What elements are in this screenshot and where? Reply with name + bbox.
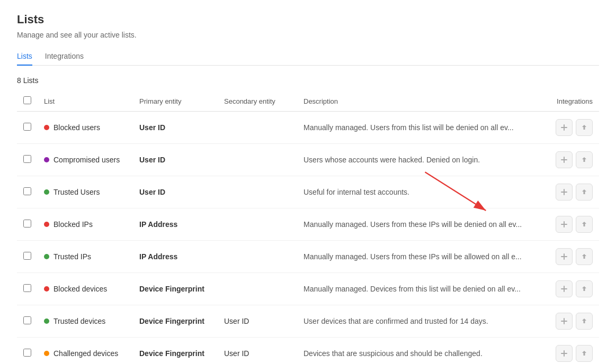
primary-entity: Device Fingerprint <box>133 273 218 305</box>
status-dot <box>44 222 49 227</box>
status-dot <box>44 286 49 292</box>
add-integration-button[interactable] <box>556 345 573 362</box>
primary-entity: Device Fingerprint <box>133 338 218 365</box>
description-cell: Manually managed. Users from this list w… <box>297 112 535 144</box>
row-checkbox[interactable] <box>23 284 31 292</box>
row-checkbox[interactable] <box>23 123 31 131</box>
share-integration-button[interactable] <box>576 216 593 233</box>
table-row: Blocked usersUser IDManually managed. Us… <box>17 112 599 144</box>
add-integration-button[interactable] <box>556 184 573 201</box>
add-integration-button[interactable] <box>556 151 573 168</box>
list-name[interactable]: Challenged devices <box>53 349 118 358</box>
description-cell: Manually managed. Users from these IPs w… <box>297 241 535 273</box>
col-header-primary: Primary entity <box>133 91 218 112</box>
table-row: Compromised usersUser IDUsers whose acco… <box>17 144 599 176</box>
table-body: Blocked usersUser IDManually managed. Us… <box>17 112 599 365</box>
primary-entity: Device Fingerprint <box>133 305 218 338</box>
description-cell: Manually managed. Devices from this list… <box>297 273 535 305</box>
share-integration-button[interactable] <box>576 184 593 201</box>
col-header-list: List <box>38 91 133 112</box>
add-integration-button[interactable] <box>556 216 573 233</box>
col-header-secondary: Secondary entity <box>218 91 297 112</box>
list-name[interactable]: Blocked users <box>53 123 100 132</box>
status-dot <box>44 254 49 259</box>
share-integration-button[interactable] <box>576 345 593 362</box>
share-integration-button[interactable] <box>576 151 593 168</box>
tab-integrations[interactable]: Integrations <box>45 48 84 66</box>
row-checkbox[interactable] <box>23 349 31 357</box>
primary-entity: User ID <box>133 112 218 144</box>
page-subtitle: Manage and see all your active lists. <box>17 31 599 39</box>
table-header-row: List Primary entity Secondary entity Des… <box>17 91 599 112</box>
description-cell: User devices that are confirmed and trus… <box>297 305 535 338</box>
secondary-entity: User ID <box>218 338 297 365</box>
list-name[interactable]: Trusted IPs <box>53 252 91 261</box>
row-checkbox[interactable] <box>23 316 31 324</box>
tab-lists[interactable]: Lists <box>17 48 32 66</box>
status-dot <box>44 319 49 324</box>
share-integration-button[interactable] <box>576 119 593 136</box>
row-checkbox[interactable] <box>23 155 31 163</box>
row-checkbox[interactable] <box>23 252 31 260</box>
add-integration-button[interactable] <box>556 248 573 265</box>
primary-entity: User ID <box>133 144 218 176</box>
status-dot <box>44 189 49 195</box>
description-cell: Devices that are suspicious and should b… <box>297 338 535 365</box>
add-integration-button[interactable] <box>556 119 573 136</box>
lists-table: List Primary entity Secondary entity Des… <box>17 91 599 364</box>
tab-bar: Lists Integrations <box>17 48 599 66</box>
description-cell: Users whose accounts were hacked. Denied… <box>297 144 535 176</box>
add-integration-button[interactable] <box>556 313 573 330</box>
primary-entity: User ID <box>133 176 218 208</box>
list-name[interactable]: Blocked devices <box>53 285 107 293</box>
description-cell: Useful for internal test accounts. <box>297 176 535 208</box>
secondary-entity <box>218 176 297 208</box>
row-checkbox[interactable] <box>23 187 31 195</box>
list-name[interactable]: Compromised users <box>53 156 120 164</box>
secondary-entity <box>218 241 297 273</box>
status-dot <box>44 157 49 162</box>
col-header-description: Description <box>297 91 535 112</box>
secondary-entity <box>218 112 297 144</box>
primary-entity: IP Address <box>133 208 218 241</box>
table-row: Blocked devicesDevice FingerprintManuall… <box>17 273 599 305</box>
status-dot <box>44 125 49 130</box>
list-name[interactable]: Blocked IPs <box>53 220 93 229</box>
list-count: 8 Lists <box>17 76 599 85</box>
col-header-integrations: Integrations <box>535 91 599 112</box>
row-checkbox[interactable] <box>23 220 31 228</box>
list-name[interactable]: Trusted devices <box>53 317 105 325</box>
description-cell: Manually managed. Users from these IPs w… <box>297 208 535 241</box>
page-title: Lists <box>17 13 599 26</box>
secondary-entity <box>218 208 297 241</box>
list-name[interactable]: Trusted Users <box>53 188 100 196</box>
select-all-checkbox[interactable] <box>23 96 31 104</box>
share-integration-button[interactable] <box>576 280 593 297</box>
table-row: Trusted IPsIP AddressManually managed. U… <box>17 241 599 273</box>
table-row: Trusted devicesDevice FingerprintUser ID… <box>17 305 599 338</box>
status-dot <box>44 351 49 356</box>
secondary-entity <box>218 273 297 305</box>
secondary-entity: User ID <box>218 305 297 338</box>
share-integration-button[interactable] <box>576 313 593 330</box>
share-integration-button[interactable] <box>576 248 593 265</box>
primary-entity: IP Address <box>133 241 218 273</box>
table-row: Challenged devicesDevice FingerprintUser… <box>17 338 599 365</box>
secondary-entity <box>218 144 297 176</box>
add-integration-button[interactable] <box>556 280 573 297</box>
table-row: Blocked IPsIP AddressManually managed. U… <box>17 208 599 241</box>
lists-table-wrapper: List Primary entity Secondary entity Des… <box>17 91 599 364</box>
table-row: Trusted UsersUser IDUseful for internal … <box>17 176 599 208</box>
